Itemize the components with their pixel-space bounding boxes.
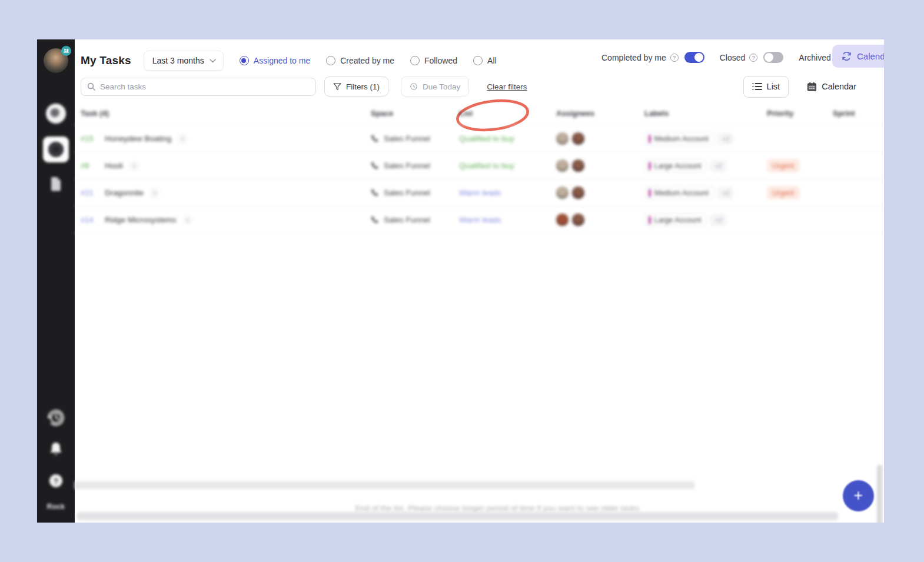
assignee-avatars[interactable] <box>556 159 584 172</box>
label-more-chip[interactable]: +2 <box>718 133 734 145</box>
space-name[interactable]: Sales Funnel <box>384 161 430 170</box>
label-color-bar <box>649 162 651 170</box>
assignee-avatars[interactable] <box>556 214 584 226</box>
filters-button[interactable]: Filters (1) <box>324 77 388 97</box>
calendar-icon <box>807 82 817 92</box>
list-status[interactable]: Warm leads <box>459 215 501 224</box>
space-name[interactable]: Sales Funnel <box>384 215 430 224</box>
radio-icon <box>410 56 420 65</box>
task-table: Task (4) Space List Assignees Labels Pri… <box>75 101 884 523</box>
label-color-bar <box>649 189 651 197</box>
search-box <box>81 78 316 96</box>
avatar <box>572 187 584 199</box>
task-name[interactable]: Ridge Microsystems <box>105 215 177 224</box>
closed-toggle[interactable] <box>763 52 783 63</box>
space-name[interactable]: Sales Funnel <box>384 134 430 143</box>
period-selector-value: Last 3 months <box>152 56 204 65</box>
table-row[interactable]: #14 Ridge Microsystems 0 Sales Funnel Wa… <box>75 207 884 234</box>
col-space[interactable]: Space <box>365 109 453 118</box>
add-task-button[interactable]: + <box>843 480 874 511</box>
label-chip[interactable]: Large Account <box>644 159 707 172</box>
radio-label: Created by me <box>340 56 394 65</box>
horizontal-scrollbar[interactable] <box>77 512 839 520</box>
phone-icon <box>371 135 378 142</box>
toolbar: Filters (1) Due Today Clear filters List… <box>75 72 884 101</box>
help-icon[interactable]: ? <box>49 474 62 487</box>
view-list-label: List <box>767 82 780 91</box>
calendar-sync-button[interactable]: Calend <box>832 45 884 68</box>
col-labels[interactable]: Labels <box>639 109 761 118</box>
list-status[interactable]: Qualified to buy <box>459 134 514 143</box>
label-text: Large Account <box>654 216 702 224</box>
page-title: My Tasks <box>81 54 131 67</box>
filters-button-label: Filters (1) <box>346 82 380 91</box>
workspace-active-item[interactable] <box>43 137 69 162</box>
task-id: #15 <box>81 134 105 143</box>
table-header-row: Task (4) Space List Assignees Labels Pri… <box>75 102 884 125</box>
list-view-icon <box>752 82 762 91</box>
label-chip[interactable]: Medium Account <box>644 132 714 145</box>
time-history-icon[interactable] <box>46 408 65 427</box>
view-calendar-button[interactable]: Calendar <box>799 77 865 97</box>
assignee-avatars[interactable] <box>556 187 584 199</box>
priority-chip[interactable]: Urgent <box>767 159 800 172</box>
workspace-logo-icon[interactable] <box>46 104 66 124</box>
radio-all[interactable]: All <box>473 56 497 65</box>
radio-followed[interactable]: Followed <box>410 56 457 65</box>
table-row[interactable]: #8 Hooli 0 Sales Funnel Qualified to buy… <box>75 152 884 179</box>
task-id: #21 <box>81 188 105 197</box>
period-selector[interactable]: Last 3 months <box>144 51 224 71</box>
filter-funnel-icon <box>333 82 341 91</box>
radio-created-by-me[interactable]: Created by me <box>326 56 394 65</box>
avatar <box>556 214 569 226</box>
clear-filters-link[interactable]: Clear filters <box>487 82 527 91</box>
vertical-scrollbar[interactable] <box>877 465 882 523</box>
radio-icon <box>240 56 249 65</box>
table-row[interactable]: #21 Dragonnite 0 Sales Funnel Warm leads… <box>75 179 884 207</box>
table-row[interactable]: #15 Honeydew Boating 0 Sales Funnel Qual… <box>75 125 884 152</box>
col-list[interactable]: List <box>453 109 550 118</box>
completed-by-me-toggle[interactable] <box>684 52 704 63</box>
task-name[interactable]: Dragonnite <box>105 188 144 197</box>
help-circle-icon[interactable]: ? <box>749 54 757 62</box>
radio-label: Assigned to me <box>254 56 311 65</box>
due-today-label: Due Today <box>423 82 460 91</box>
label-chip[interactable]: Medium Account <box>644 186 714 199</box>
col-task[interactable]: Task (4) <box>75 109 365 118</box>
task-name[interactable]: Hooli <box>105 161 123 170</box>
list-status[interactable]: Qualified to buy <box>459 161 514 170</box>
calendar-sync-label: Calend <box>857 51 884 61</box>
radio-icon <box>326 56 335 65</box>
search-icon <box>87 82 95 91</box>
col-assignees[interactable]: Assignees <box>550 109 639 118</box>
avatar <box>572 159 584 172</box>
task-name[interactable]: Honeydew Boating <box>105 134 171 143</box>
completed-by-me-label: Completed by me <box>601 53 666 62</box>
help-circle-icon[interactable]: ? <box>670 54 679 62</box>
sidebar: ? Rock <box>37 39 75 523</box>
user-avatar[interactable] <box>44 48 68 73</box>
notifications-bell-icon[interactable] <box>48 441 64 458</box>
task-id: #8 <box>81 161 105 170</box>
task-count-badge: 0 <box>183 215 192 225</box>
space-name[interactable]: Sales Funnel <box>384 188 430 197</box>
label-chip[interactable]: Large Account <box>644 213 707 227</box>
col-sprint[interactable]: Sprint <box>827 109 884 118</box>
col-priority[interactable]: Priority <box>761 109 827 118</box>
search-input[interactable] <box>100 82 310 91</box>
task-count-badge: 0 <box>150 188 159 198</box>
due-today-button[interactable]: Due Today <box>401 77 469 97</box>
label-more-chip[interactable]: +2 <box>710 160 726 172</box>
header-bar: My Tasks Last 3 months Assigned to me Cr… <box>75 39 884 72</box>
list-status[interactable]: Warm leads <box>459 188 501 197</box>
priority-chip[interactable]: Urgent <box>767 186 800 199</box>
label-more-chip[interactable]: +2 <box>710 214 726 226</box>
horizontal-scrollbar-inner[interactable] <box>75 481 694 489</box>
radio-assigned-to-me[interactable]: Assigned to me <box>240 56 311 65</box>
view-list-button[interactable]: List <box>743 76 789 98</box>
label-more-chip[interactable]: +2 <box>718 187 734 199</box>
label-text: Medium Account <box>654 189 709 197</box>
phone-icon <box>371 216 378 224</box>
notes-doc-icon[interactable] <box>50 177 62 191</box>
assignee-avatars[interactable] <box>556 132 584 145</box>
